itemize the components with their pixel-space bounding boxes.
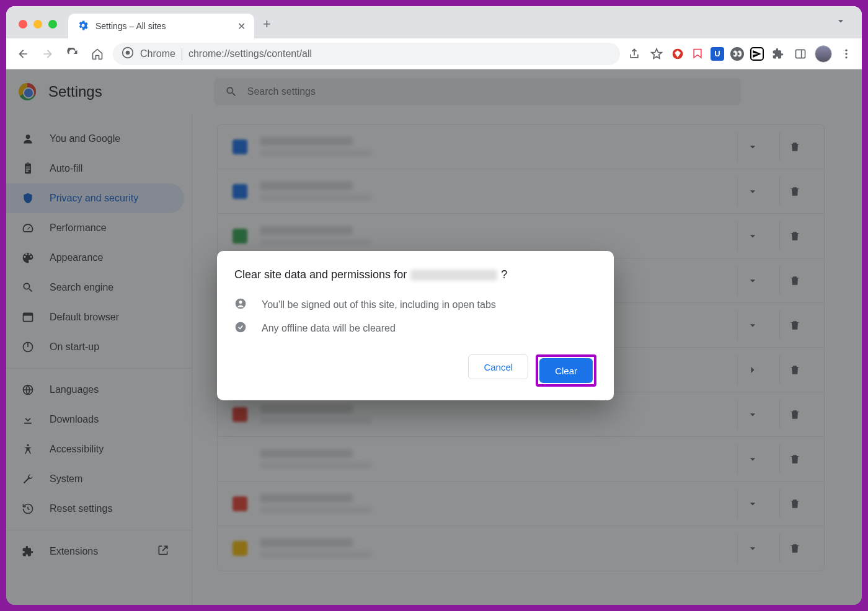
check-circle-icon xyxy=(234,321,248,336)
svg-point-1 xyxy=(126,50,130,55)
dialog-title: Clear site data and permissions for ? xyxy=(234,268,596,281)
url-scheme-label: Chrome xyxy=(140,48,175,59)
reload-button[interactable] xyxy=(63,45,82,63)
home-button[interactable] xyxy=(88,45,107,63)
extensions-puzzle-icon[interactable] xyxy=(770,46,786,62)
dialog-actions: Cancel Clear xyxy=(234,354,596,387)
browser-toolbar: Chrome chrome://settings/content/all U 👀 xyxy=(6,38,862,69)
share-icon[interactable] xyxy=(626,46,642,62)
divider xyxy=(182,48,182,60)
dialog-info-text: You'll be signed out of this site, inclu… xyxy=(262,299,496,310)
dialog-title-prefix: Clear site data and permissions for xyxy=(234,268,407,281)
svg-point-6 xyxy=(845,56,847,58)
extension-icon[interactable] xyxy=(671,47,684,61)
extension-icon[interactable]: U xyxy=(711,47,724,61)
tab-title: Settings – All sites xyxy=(95,21,166,31)
url-text: chrome://settings/content/all xyxy=(188,48,312,59)
dialog-title-suffix: ? xyxy=(501,268,507,281)
cancel-button[interactable]: Cancel xyxy=(468,354,528,379)
window-maximize[interactable] xyxy=(48,20,57,29)
window-controls xyxy=(19,20,57,29)
browser-window: Settings – All sites ✕ + Chrome chrome:/… xyxy=(6,6,862,605)
gear-icon xyxy=(77,19,89,33)
site-info-icon[interactable] xyxy=(122,46,134,61)
extension-icon[interactable] xyxy=(691,47,704,61)
clear-site-data-dialog: Clear site data and permissions for ? Yo… xyxy=(217,251,614,400)
dialog-info-text: Any offline data will be cleared xyxy=(262,323,396,334)
sidepanel-icon[interactable] xyxy=(792,46,808,62)
svg-point-4 xyxy=(845,49,847,51)
kebab-menu-icon[interactable] xyxy=(838,46,854,62)
redacted-site-name xyxy=(410,270,497,281)
clear-button[interactable]: Clear xyxy=(539,358,593,383)
profile-avatar[interactable] xyxy=(815,45,832,63)
forward-button[interactable] xyxy=(38,45,57,63)
svg-rect-2 xyxy=(796,50,805,58)
tabs-dropdown-icon[interactable] xyxy=(835,15,847,30)
person-circle-icon xyxy=(234,297,248,312)
dialog-info-row: You'll be signed out of this site, inclu… xyxy=(234,297,596,312)
extension-icon[interactable]: 👀 xyxy=(730,47,744,61)
svg-point-5 xyxy=(845,53,847,55)
toolbar-actions: U 👀 xyxy=(626,45,854,63)
svg-point-16 xyxy=(236,322,246,333)
address-bar[interactable]: Chrome chrome://settings/content/all xyxy=(113,43,620,65)
back-button[interactable] xyxy=(14,45,32,63)
extension-icon[interactable] xyxy=(750,47,764,61)
tab-close-icon[interactable]: ✕ xyxy=(237,20,246,32)
browser-tab[interactable]: Settings – All sites ✕ xyxy=(68,14,254,38)
dialog-info-row: Any offline data will be cleared xyxy=(234,321,596,336)
tab-bar: Settings – All sites ✕ + xyxy=(6,6,862,38)
window-close[interactable] xyxy=(19,20,27,29)
svg-point-15 xyxy=(239,301,242,304)
bookmark-star-icon[interactable] xyxy=(649,46,665,62)
annotation-highlight: Clear xyxy=(536,354,596,387)
window-minimize[interactable] xyxy=(33,20,42,29)
new-tab-button[interactable]: + xyxy=(263,16,271,32)
